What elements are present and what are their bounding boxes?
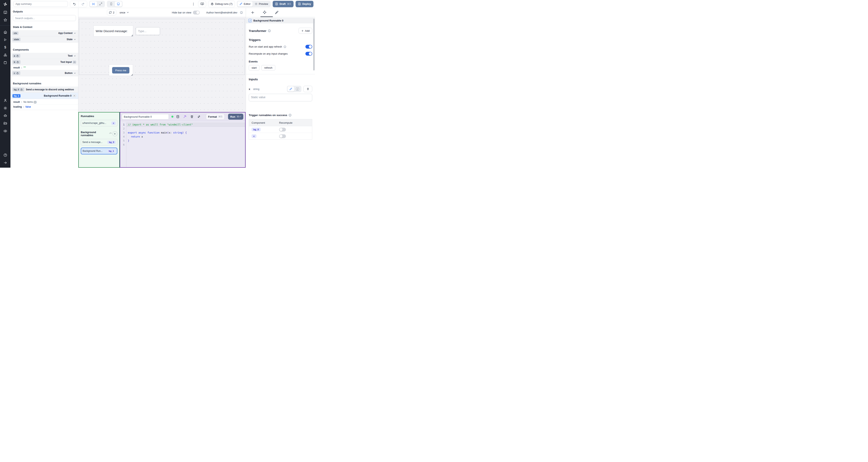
static-mode-pencil-icon[interactable] bbox=[287, 86, 294, 92]
info-icon[interactable] bbox=[288, 113, 291, 117]
apps-icon[interactable] bbox=[0, 8, 10, 16]
app-summary-input[interactable] bbox=[13, 1, 68, 7]
status-dot bbox=[172, 116, 174, 118]
help-icon[interactable] bbox=[0, 151, 10, 159]
code-editor[interactable]: 123456 // import * as wmill from "windmi… bbox=[120, 121, 245, 167]
press-me-button[interactable]: Press me bbox=[112, 67, 129, 73]
settings-gear-icon[interactable] bbox=[0, 104, 10, 112]
format-button[interactable]: Format ⌘S bbox=[206, 113, 225, 120]
chevron-up-icon[interactable] bbox=[72, 94, 76, 97]
delete-trash-icon[interactable] bbox=[189, 115, 194, 118]
fullscreen-layout-button[interactable] bbox=[97, 1, 104, 7]
windmill-logo-icon bbox=[0, 0, 10, 8]
recompute-row-toggle[interactable] bbox=[279, 128, 286, 132]
info-icon[interactable] bbox=[240, 11, 243, 14]
a-type-label: Text bbox=[68, 55, 72, 57]
chevron-down-icon[interactable] bbox=[73, 72, 76, 74]
workers-robot-icon[interactable] bbox=[0, 112, 10, 120]
collapse-arrow-icon[interactable] bbox=[0, 159, 10, 166]
info-icon[interactable] bbox=[283, 45, 286, 48]
line-number: 1 bbox=[120, 123, 125, 127]
event-chip-refresh[interactable]: refresh bbox=[261, 65, 275, 70]
scrollbar-thumb[interactable] bbox=[313, 19, 315, 70]
event-chip-start[interactable]: start bbox=[249, 65, 259, 70]
recompute-row-toggle[interactable] bbox=[279, 134, 286, 138]
output-row-bg1[interactable]: bg_1 Background Runnable 0 bbox=[10, 93, 78, 99]
resize-handle[interactable] bbox=[131, 35, 133, 36]
background-runnables-heading: Background runnables bbox=[81, 131, 108, 137]
output-row-c[interactable]: c Button bbox=[10, 70, 78, 76]
code-line bbox=[128, 143, 245, 147]
mobile-view-button[interactable] bbox=[107, 1, 115, 7]
add-transformer-button[interactable]: Add bbox=[299, 28, 312, 34]
static-value-input[interactable] bbox=[249, 94, 312, 101]
resources-cubes-icon[interactable] bbox=[0, 51, 10, 59]
b-badge: b bbox=[12, 60, 21, 64]
recompute-toggle[interactable] bbox=[305, 52, 312, 56]
output-row-bg0[interactable]: bg_0 Send a message to discord using web… bbox=[10, 87, 78, 93]
bg1-result-row: result : No items ([]) bbox=[10, 99, 78, 104]
draft-button[interactable]: Draft ⌘S bbox=[273, 1, 293, 7]
run-button[interactable]: Run ⌘⏎ bbox=[228, 113, 243, 120]
components-title: Components bbox=[13, 48, 76, 51]
connect-plug-button[interactable] bbox=[303, 86, 312, 92]
runnable-item-badge: bg_0 bbox=[107, 140, 116, 144]
home-icon[interactable] bbox=[0, 28, 10, 36]
runs-play-icon[interactable] bbox=[0, 36, 10, 43]
insert-component-tab-plus-icon[interactable] bbox=[251, 11, 255, 14]
add-background-runnable-button[interactable] bbox=[113, 131, 117, 136]
tab-preview[interactable]: Preview bbox=[253, 1, 270, 7]
schedule-dropdown[interactable]: once bbox=[120, 11, 129, 14]
variables-dollar-icon[interactable]: $ bbox=[0, 43, 10, 51]
search-outputs-input[interactable] bbox=[13, 15, 76, 21]
docs-book-button[interactable] bbox=[198, 1, 206, 7]
refresh-count-button[interactable]: 2 bbox=[107, 9, 116, 15]
expand-editor-icon[interactable] bbox=[196, 115, 202, 118]
runnable-item-bg1[interactable]: Background Run... bg_1 bbox=[81, 147, 117, 155]
text-component[interactable]: Write Discord message: bbox=[94, 26, 133, 36]
component-settings-tab-icon[interactable] bbox=[262, 10, 267, 14]
runnable-name-input[interactable] bbox=[122, 114, 169, 120]
text-component-label: Write Discord message: bbox=[96, 29, 128, 33]
output-row-a[interactable]: a Text bbox=[10, 53, 78, 59]
resize-handle[interactable] bbox=[131, 74, 133, 75]
ai-wand-icon[interactable] bbox=[182, 115, 187, 118]
chevron-down-icon[interactable] bbox=[73, 38, 76, 41]
button-component-wrapper[interactable]: Press me bbox=[109, 65, 133, 76]
undo-button[interactable] bbox=[70, 1, 79, 7]
chevron-down-icon[interactable] bbox=[73, 32, 76, 35]
run-on-start-toggle[interactable] bbox=[305, 45, 312, 48]
redo-button[interactable] bbox=[79, 1, 87, 7]
chevron-up-icon[interactable] bbox=[73, 61, 76, 64]
cache-database-icon[interactable] bbox=[175, 115, 180, 118]
deploy-button[interactable]: Deploy bbox=[296, 1, 313, 7]
folders-icon[interactable] bbox=[0, 120, 10, 127]
schedules-calendar-icon[interactable] bbox=[0, 59, 10, 66]
favorites-star-icon[interactable] bbox=[0, 16, 10, 24]
info-icon[interactable] bbox=[268, 29, 271, 32]
hide-bar-toggle[interactable] bbox=[193, 11, 200, 14]
user-icon[interactable] bbox=[0, 97, 10, 104]
expr-mode-function-icon[interactable]: f bbox=[294, 86, 301, 92]
runnable-item-label: u/henri/scrape_githu... bbox=[82, 122, 106, 125]
more-menu-icon[interactable]: ⋮ bbox=[191, 2, 196, 5]
styling-brush-tab-icon[interactable] bbox=[275, 11, 278, 14]
bg1-loading-row: loading : false bbox=[10, 104, 78, 110]
format-label: Format bbox=[208, 115, 217, 118]
canvas-toolbar: 2 once Hide bar on view Author henri@win… bbox=[79, 8, 246, 17]
runnable-item-c[interactable]: u/henri/scrape_githu... c bbox=[81, 120, 117, 126]
audit-eye-icon[interactable] bbox=[0, 127, 10, 135]
tab-editor[interactable]: Editor bbox=[238, 1, 253, 7]
output-row-ctx[interactable]: ctx App Context bbox=[10, 30, 78, 36]
text-input-component[interactable] bbox=[136, 27, 160, 35]
editor-preview-toggle: Editor Preview bbox=[237, 1, 271, 7]
center-layout-button[interactable] bbox=[90, 1, 97, 7]
debug-runs-button[interactable]: Debug runs (7) bbox=[208, 1, 235, 7]
editor-code[interactable]: // import * as wmill from "windmill-clie… bbox=[126, 123, 245, 167]
runnable-item-bg0[interactable]: Send a message... bg_0 bbox=[81, 139, 117, 145]
chevron-down-icon[interactable] bbox=[73, 55, 76, 57]
output-row-b[interactable]: b Text Input bbox=[10, 59, 78, 65]
desktop-view-button[interactable] bbox=[115, 1, 122, 7]
run-on-start-label: Run on start and app refresh bbox=[249, 45, 282, 48]
output-row-state[interactable]: state State bbox=[10, 36, 78, 42]
